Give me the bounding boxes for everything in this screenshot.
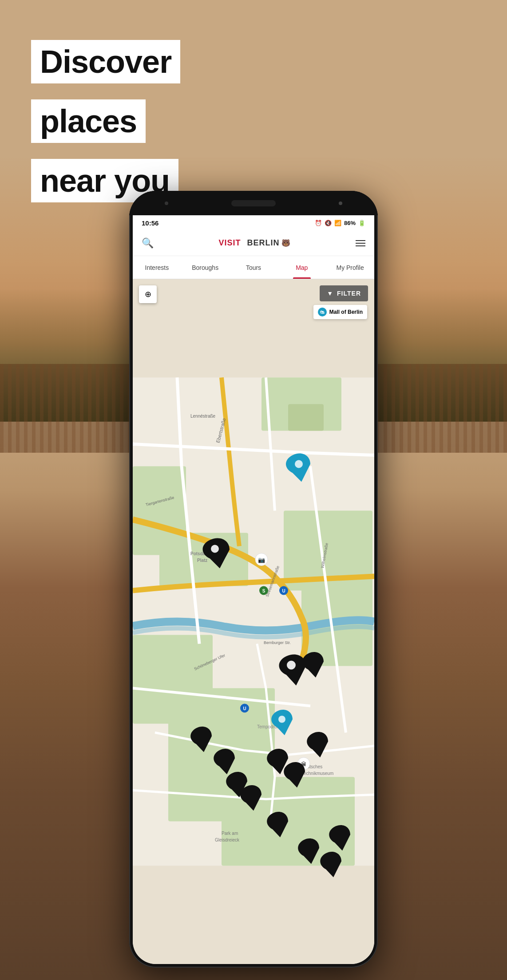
tab-tours[interactable]: Tours: [230, 256, 278, 279]
status-icons: ⏰ 🔇 📶 86% 🔋: [315, 220, 365, 226]
svg-text:U: U: [243, 706, 246, 711]
title-area: Discover places near you: [31, 40, 180, 210]
svg-text:Technikmuseum: Technikmuseum: [301, 771, 333, 776]
filter-button[interactable]: ▼ FILTER: [320, 285, 368, 301]
hamburger-line-2: [356, 243, 365, 244]
filter-label: FILTER: [337, 290, 361, 297]
tab-my-profile[interactable]: My Profile: [326, 256, 374, 279]
logo-bear-icon: 🐻: [281, 239, 291, 247]
battery-icon: 🔋: [358, 220, 365, 226]
location-icon: ⊕: [145, 289, 151, 299]
svg-text:Platz: Platz: [197, 558, 207, 563]
phone-body: 10:56 ⏰ 🔇 📶 86% 🔋 🔍 VISIT BERLIN 🐻: [129, 191, 378, 968]
nav-tabs: Interests Boroughs Tours Map My Profile: [133, 256, 374, 279]
status-bar: 10:56 ⏰ 🔇 📶 86% 🔋: [133, 215, 374, 230]
svg-point-37: [287, 661, 296, 670]
logo-berlin: BERLIN: [247, 238, 280, 248]
phone-top-bar: [129, 191, 378, 215]
map-area[interactable]: Ebertstraße Lennéstraße Tiergartenstraße…: [133, 279, 374, 964]
tab-interests[interactable]: Interests: [133, 256, 181, 279]
front-camera-right: [339, 202, 342, 205]
phone-speaker: [231, 200, 276, 206]
app-logo: VISIT BERLIN 🐻: [218, 238, 290, 248]
svg-text:📷: 📷: [258, 556, 265, 564]
svg-text:U: U: [282, 589, 285, 593]
filter-icon: ▼: [327, 290, 333, 297]
phone-screen: 10:56 ⏰ 🔇 📶 86% 🔋 🔍 VISIT BERLIN 🐻: [133, 215, 374, 964]
battery-text: 86%: [344, 220, 356, 226]
svg-rect-2: [288, 404, 324, 431]
svg-point-35: [278, 716, 285, 723]
logo-space: [243, 238, 246, 248]
location-button[interactable]: ⊕: [139, 285, 157, 303]
alarm-icon: ⏰: [315, 220, 322, 226]
svg-text:Lennéstraße: Lennéstraße: [190, 414, 216, 419]
hamburger-line-1: [356, 240, 365, 241]
mall-name: Mall of Berlin: [329, 309, 363, 315]
tab-boroughs[interactable]: Boroughs: [181, 256, 230, 279]
map-svg: Ebertstraße Lennéstraße Tiergartenstraße…: [133, 279, 374, 964]
svg-text:Park am: Park am: [222, 831, 238, 836]
tab-map[interactable]: Map: [277, 256, 326, 279]
hamburger-line-3: [356, 245, 365, 246]
status-time: 10:56: [142, 219, 158, 227]
title-line-2: places: [31, 99, 146, 143]
logo-visit: VISIT: [218, 238, 241, 248]
svg-text:Bernburger Str.: Bernburger Str.: [264, 640, 291, 645]
search-icon[interactable]: 🔍: [142, 237, 154, 249]
mute-icon: 🔇: [325, 220, 332, 226]
svg-point-34: [295, 460, 303, 468]
svg-text:S: S: [262, 589, 265, 593]
hamburger-menu[interactable]: [356, 240, 365, 246]
phone-mockup: 10:56 ⏰ 🔇 📶 86% 🔋 🔍 VISIT BERLIN 🐻: [129, 191, 378, 968]
svg-text:Gleisdreieck: Gleisdreieck: [215, 838, 240, 842]
app-header: 🔍 VISIT BERLIN 🐻: [133, 230, 374, 256]
wifi-icon: 📶: [334, 220, 341, 226]
title-line-1: Discover: [31, 40, 180, 83]
front-camera-left: [165, 202, 168, 205]
mall-icon: 🛍: [318, 308, 327, 316]
mall-of-berlin-label[interactable]: 🛍 Mall of Berlin: [313, 305, 367, 319]
svg-point-36: [211, 545, 219, 553]
